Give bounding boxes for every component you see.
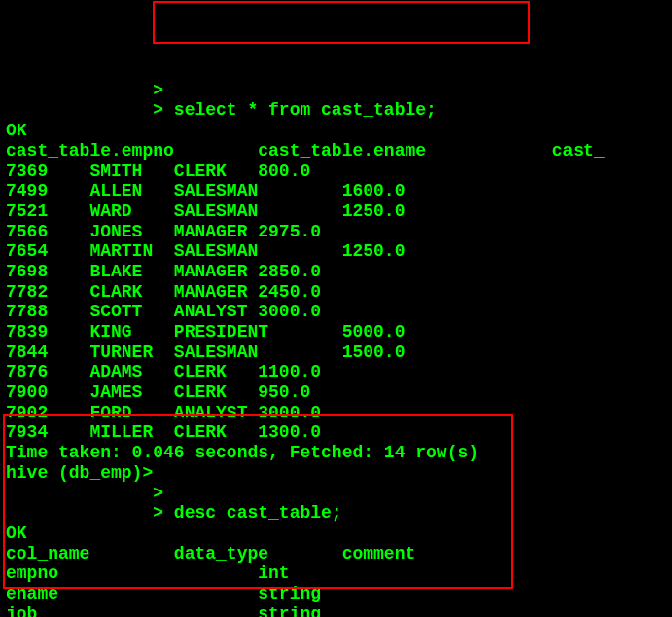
- terminal-output[interactable]: > > select * from cast_table; OK cast_ta…: [6, 81, 672, 617]
- highlight-box-1: [153, 1, 530, 44]
